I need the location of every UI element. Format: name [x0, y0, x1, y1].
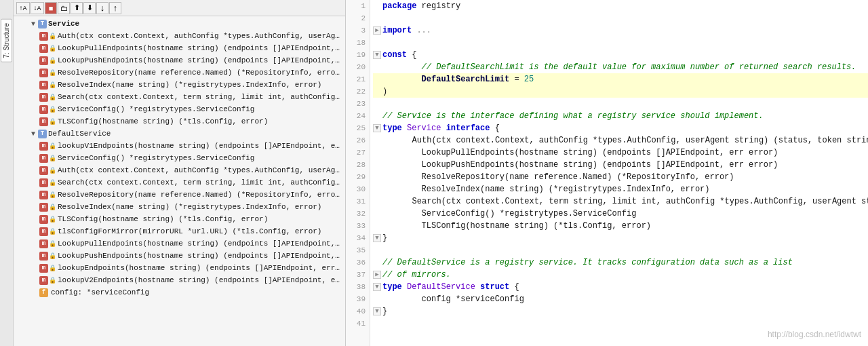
code-editor[interactable]: 1 2 3 18 19 20 21 22 23 24 25 26 27 28 2…: [346, 0, 868, 346]
method-badge: m: [39, 252, 48, 261]
sort-up-button[interactable]: ⬆: [71, 2, 83, 14]
item-label: Search(ctx context.Context, term string,…: [58, 178, 344, 187]
list-item[interactable]: m 🔒 Search(ctx context.Context, term str…: [27, 91, 345, 103]
nav-up-button[interactable]: ↑: [109, 2, 121, 14]
folder-button[interactable]: 🗀: [58, 2, 70, 14]
list-item[interactable]: m 🔒 TLSConfig(hostname string) (*tls.Con…: [27, 115, 345, 128]
list-item[interactable]: m 🔒 Search(ctx context.Context, term str…: [27, 176, 345, 189]
code-line-28: LookupPushEndpoints(hostname string) (en…: [373, 159, 868, 171]
code-line-1: package registry: [373, 0, 868, 12]
method-badge: m: [39, 191, 48, 199]
method-badge: m: [39, 215, 48, 224]
code-line-41: [373, 318, 868, 330]
code-line-37: ▶ // of mirrors.: [373, 269, 868, 281]
side-tab-structure[interactable]: 7: Structure: [1, 19, 12, 62]
code-line-21: DefaultSearchLimit = 25: [373, 73, 868, 85]
code-line-31: Search(ctx context.Context, term string,…: [373, 195, 868, 208]
mark-button[interactable]: ■: [45, 2, 57, 14]
list-item[interactable]: m 🔒 LookupPushEndpoints(hostname string)…: [27, 54, 345, 66]
list-item[interactable]: m 🔒 TLSConfig(hostname string) (*tls.Con…: [27, 213, 345, 225]
code-line-40: ▼ }: [373, 305, 868, 318]
list-item[interactable]: m 🔒 Auth(ctx context.Context, authConfig…: [27, 164, 345, 176]
lock-icon: 🔒: [49, 94, 56, 101]
method-badge: m: [39, 276, 48, 285]
method-badge: m: [39, 117, 48, 126]
list-item[interactable]: m 🔒 ResolveRepository(name reference.Nam…: [27, 189, 345, 201]
list-item[interactable]: m 🔒 lookupV1Endpoints(hostname string) (…: [27, 140, 345, 152]
defaultservice-section-label: DefaultService: [48, 130, 111, 138]
sort-alpha-asc-button[interactable]: ↑A: [16, 2, 30, 14]
list-item[interactable]: m 🔒 ServiceConfig() *registrytypes.Servi…: [27, 103, 345, 115]
lock-icon: 🔒: [49, 57, 56, 64]
code-line-36: // DefaultService is a registry service.…: [373, 256, 868, 269]
method-badge: m: [39, 166, 48, 175]
item-label: config: *serviceConfig: [51, 288, 149, 296]
lock-icon: 🔒: [49, 33, 56, 40]
fold-collapsed-icon[interactable]: ▶: [373, 26, 381, 35]
code-line-3: ▶ import ...: [373, 24, 868, 37]
fold-collapsed-37-icon[interactable]: ▶: [373, 271, 381, 279]
fold-close-icon[interactable]: ▼: [373, 234, 381, 242]
list-item[interactable]: m 🔒 Auth(ctx context.Context, authConfig…: [27, 30, 345, 42]
fold-open-38-icon[interactable]: ▼: [373, 283, 381, 291]
sort-down-button[interactable]: ⬇: [83, 2, 96, 14]
list-item[interactable]: m 🔒 lookupV2Endpoints(hostname string) (…: [27, 274, 345, 286]
lock-icon: 🔒: [49, 81, 56, 89]
list-item[interactable]: m 🔒 ResolveIndex(name string) (*registry…: [27, 201, 345, 213]
item-label: ServiceConfig() *registrytypes.ServiceCo…: [58, 154, 254, 162]
item-label: lookupEndpoints(hostname string) (endpoi…: [58, 264, 344, 272]
item-label: ResolveRepository(name reference.Named) …: [58, 69, 344, 77]
sort-alpha-desc-button[interactable]: ↓A: [31, 2, 44, 14]
service-items: m 🔒 Auth(ctx context.Context, authConfig…: [27, 30, 345, 128]
defaultservice-type-badge: T: [38, 130, 47, 138]
method-badge: m: [39, 142, 48, 151]
watermark: http://blog.csdn.net/idwtwt: [768, 330, 861, 339]
service-header[interactable]: ▼ T Service: [27, 18, 345, 30]
lock-icon: 🔒: [49, 191, 56, 199]
list-item[interactable]: m 🔒 lookupEndpoints(hostname string) (en…: [27, 262, 345, 274]
lock-icon: 🔒: [49, 252, 56, 260]
expand-defaultservice-icon: ▼: [28, 129, 38, 138]
lock-icon: 🔒: [49, 167, 56, 174]
method-badge: m: [39, 239, 48, 248]
lock-icon: 🔒: [49, 216, 56, 223]
defaultservice-items: m 🔒 lookupV1Endpoints(hostname string) (…: [27, 140, 345, 299]
item-label: Search(ctx context.Context, term string,…: [58, 93, 344, 101]
lock-icon: 🔒: [49, 265, 56, 272]
lock-icon: 🔒: [49, 277, 56, 284]
item-label: Auth(ctx context.Context, authConfig *ty…: [58, 32, 344, 40]
list-item[interactable]: m 🔒 ResolveIndex(name string) (*registry…: [27, 79, 345, 91]
fold-open-icon[interactable]: ▼: [373, 124, 381, 132]
item-label: lookupV2Endpoints(hostname string) (endp…: [58, 276, 344, 284]
lock-icon: 🔒: [49, 118, 56, 126]
nav-down-button[interactable]: ↓: [96, 2, 108, 14]
method-badge: m: [39, 178, 48, 187]
list-item[interactable]: m 🔒 LookupPushEndpoints(hostname string)…: [27, 250, 345, 262]
fold-open-icon[interactable]: ▼: [373, 51, 381, 59]
code-line-29: ResolveRepository(name reference.Named) …: [373, 171, 868, 183]
item-label: ResolveRepository(name reference.Named) …: [58, 191, 344, 199]
item-label: LookupPushEndpoints(hostname string) (en…: [58, 252, 344, 260]
service-section-label: Service: [48, 20, 79, 28]
method-badge: m: [39, 56, 48, 65]
service-type-badge: T: [38, 20, 47, 28]
list-item[interactable]: m 🔒 ResolveRepository(name reference.Nam…: [27, 66, 345, 79]
list-item[interactable]: m 🔒 LookupPullEndpoints(hostname string)…: [27, 237, 345, 250]
list-item[interactable]: m 🔒 tlsConfigForMirror(mirrorURL *url.UR…: [27, 225, 345, 237]
outline-panel: ▼ T Service m 🔒 Auth(ctx context.Context…: [27, 16, 345, 346]
list-item[interactable]: m 🔒 LookupPullEndpoints(hostname string)…: [27, 42, 345, 54]
code-line-2: [373, 12, 868, 24]
method-badge: m: [39, 154, 48, 163]
item-label: LookupPullEndpoints(hostname string) (en…: [58, 239, 344, 248]
code-content[interactable]: package registry ▶ import ... ▼ const {: [370, 0, 868, 346]
defaultservice-header[interactable]: ▼ T DefaultService: [27, 128, 345, 140]
fold-close-40-icon[interactable]: ▼: [373, 307, 381, 315]
list-item[interactable]: f config: *serviceConfig: [27, 286, 345, 299]
method-badge: m: [39, 32, 48, 41]
code-line-33: TLSConfig(hostname string) (*tls.Config,…: [373, 220, 868, 232]
code-line-26: Auth(ctx context.Context, authConfig *ty…: [373, 134, 868, 147]
list-item[interactable]: m 🔒 ServiceConfig() *registrytypes.Servi…: [27, 152, 345, 164]
item-label: ResolveIndex(name string) (*registrytype…: [58, 81, 321, 89]
code-line-19: ▼ const {: [373, 49, 868, 61]
item-label: TLSConfig(hostname string) (*tls.Config,…: [58, 215, 268, 223]
